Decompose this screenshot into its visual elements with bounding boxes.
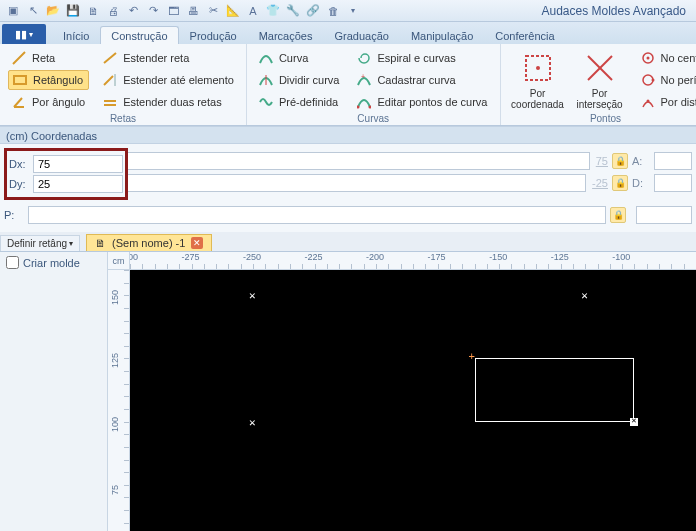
cmd-cadastrar[interactable]: + Cadastrar curva [353,70,491,90]
perimeter-icon [641,73,655,87]
app-menu-icon[interactable]: ▣ [4,2,22,20]
cmd-espiral-label: Espiral e curvas [377,52,455,64]
document-tab[interactable]: 🗎 (Sem nome) -1 ✕ [86,234,212,251]
ruler-h-tick: -100 [612,252,630,262]
cmd-curva[interactable]: Curva [255,48,344,68]
cmd-estender-reta-label: Estender reta [123,52,189,64]
dropdown-icon[interactable]: ▾ [344,2,362,20]
chevron-down-icon: ▾ [69,239,73,248]
cmd-dividir[interactable]: Dividir curva [255,70,344,90]
coord-panel: Dx: Dy: 75 🔒 A: -25 🔒 D: [0,144,696,232]
canvas-marker[interactable]: ✕ [249,289,256,302]
tab-construcao[interactable]: Construção [100,26,178,44]
canvas-marker[interactable]: ✕ [581,289,588,302]
edit-points-icon [357,95,371,109]
cmd-por-dist[interactable]: Por dist [637,92,697,112]
ruler-h-tick: -200 [366,252,384,262]
side-panel: Criar molde [0,252,108,531]
open-icon[interactable]: 📂 [44,2,62,20]
p-lock-icon[interactable]: 🔒 [610,207,626,223]
d-label: D: [632,177,650,189]
no-peri-label: No perí [661,74,697,86]
extend-icon [103,51,117,65]
dx-input[interactable] [33,155,123,173]
ruler-icon[interactable]: 📐 [224,2,242,20]
dy-input[interactable] [33,175,123,193]
svg-point-18 [651,79,654,82]
trash-icon[interactable]: 🗑 [324,2,342,20]
register-curve-icon: + [357,73,371,87]
cmd-por-intersecao[interactable]: Por interseção [571,48,629,110]
doc-icon: 🗎 [95,237,106,249]
drawing-canvas[interactable]: ✕✕✕+ [130,270,696,531]
cmd-predef[interactable]: Pré-definida [255,92,344,112]
divide-curve-icon [259,73,273,87]
cmd-editar[interactable]: Editar pontos de curva [353,92,491,112]
tab-inicio[interactable]: Início [52,26,100,44]
ruler-v-tick: 75 [110,485,120,495]
print-icon[interactable]: 🖨 [104,2,122,20]
canvas-marker[interactable]: ✕ [249,416,256,429]
close-icon[interactable]: ✕ [191,237,203,249]
cut-icon[interactable]: ✂ [204,2,222,20]
link-icon[interactable]: 🔗 [304,2,322,20]
dx-lock-icon[interactable]: 🔒 [612,153,628,169]
left-tool-tab[interactable]: Definir retâng ▾ [0,235,80,251]
tool-icon[interactable]: 🔧 [284,2,302,20]
cmd-espiral[interactable]: Espiral e curvas [353,48,491,68]
cmd-no-cent[interactable]: No cent [637,48,697,68]
criar-molde-label: Criar molde [23,257,80,269]
resize-handle[interactable] [630,418,638,426]
tshirt-icon[interactable]: 👕 [264,2,282,20]
tab-conferencia[interactable]: Conferência [484,26,565,44]
canvas-rectangle[interactable] [475,358,635,421]
cmd-porangulo[interactable]: Por ângulo [8,92,89,112]
new-icon[interactable]: 🗎 [84,2,102,20]
criar-molde-checkbox[interactable] [6,256,19,269]
dy-lock-icon[interactable]: 🔒 [612,175,628,191]
tab-graduacao[interactable]: Graduação [323,26,399,44]
ruler-h-tick: -250 [243,252,261,262]
svg-point-16 [646,57,649,60]
arrow-icon[interactable]: ↖ [24,2,42,20]
cmd-por-coordenada[interactable]: Por coordenada [509,48,567,110]
coord-panel-title: (cm) Coordenadas [0,126,696,144]
por-dist-label: Por dist [661,96,697,108]
cmd-estender-reta[interactable]: Estender reta [99,48,238,68]
svg-line-3 [104,76,113,85]
file-tab[interactable]: ▮▮▾ [2,24,46,44]
cmd-curva-label: Curva [279,52,308,64]
group-curvas-label: Curvas [247,113,500,124]
por-coord-label: Por coordenada [509,88,567,110]
tab-marcacoes[interactable]: Marcações [248,26,324,44]
left-tool-tab-label: Definir retâng [7,238,67,249]
group-pontos-label: Pontos [501,113,697,124]
tab-producao[interactable]: Produção [179,26,248,44]
no-cent-label: No cent [661,52,697,64]
ruler-v-tick: 150 [110,290,120,305]
tab-manipulacao[interactable]: Manipulação [400,26,484,44]
extend-to-icon [103,73,117,87]
document-tabs: Definir retâng ▾ 🗎 (Sem nome) -1 ✕ [0,232,696,252]
cmd-reta[interactable]: Reta [8,48,89,68]
cmd-retangulo[interactable]: Retângulo [8,70,89,90]
preset-icon [259,95,273,109]
text-icon[interactable]: A [244,2,262,20]
svg-text:+: + [361,73,365,80]
p-input[interactable] [28,206,606,224]
cmd-estender-ate[interactable]: Estender até elemento [99,70,238,90]
cmd-estender-duas-label: Estender duas retas [123,96,221,108]
save-icon[interactable]: 💾 [64,2,82,20]
dx-label: Dx: [9,158,29,170]
criar-molde-option[interactable]: Criar molde [6,256,101,269]
cmd-porangulo-label: Por ângulo [32,96,85,108]
ruler-h-tick: -275 [182,252,200,262]
cmd-no-peri[interactable]: No perí [637,70,697,90]
group-retas-label: Retas [0,113,246,124]
redo-icon[interactable]: ↷ [144,2,162,20]
cmd-estender-duas[interactable]: Estender duas retas [99,92,238,112]
export-icon[interactable]: 🗔 [164,2,182,20]
undo-icon[interactable]: ↶ [124,2,142,20]
plot-icon[interactable]: 🖶 [184,2,202,20]
ruler-h-tick: -175 [428,252,446,262]
